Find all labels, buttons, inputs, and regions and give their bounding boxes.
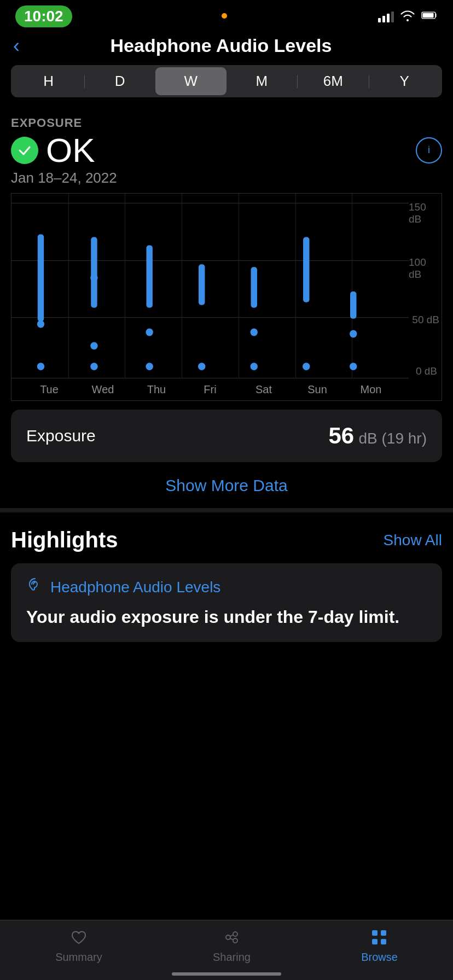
svg-rect-18	[303, 237, 309, 302]
exposure-db-value: 56	[328, 423, 354, 448]
tab-M[interactable]: M	[226, 67, 298, 95]
day-label-tue: Tue	[22, 383, 76, 396]
time-period-tabs: H D W M 6M Y	[11, 65, 442, 97]
svg-rect-3	[38, 235, 44, 322]
exposure-card-value: 56 dB (19 hr)	[328, 423, 427, 449]
svg-rect-29	[381, 930, 386, 936]
tab-W[interactable]: W	[155, 67, 226, 95]
exposure-card: Exposure 56 dB (19 hr)	[11, 410, 442, 462]
svg-line-27	[230, 938, 233, 940]
svg-point-5	[37, 363, 44, 370]
home-indicator	[172, 972, 281, 976]
exposure-db-unit: dB	[359, 430, 382, 447]
sharing-icon	[221, 927, 242, 948]
svg-point-4	[37, 320, 44, 328]
exposure-card-label: Exposure	[26, 427, 96, 445]
svg-rect-13	[199, 264, 205, 305]
info-button[interactable]: i	[416, 137, 442, 164]
tab-Y[interactable]: Y	[369, 67, 440, 95]
svg-point-17	[251, 363, 258, 370]
chart-container: 150 dB 100 dB 50 dB 0 dB	[11, 193, 442, 401]
svg-rect-15	[251, 267, 257, 308]
svg-point-23	[226, 935, 230, 940]
heart-icon	[68, 927, 89, 948]
svg-point-14	[198, 363, 205, 370]
svg-point-12	[146, 363, 153, 370]
label-150db: 150 dB	[409, 201, 439, 225]
ear-icon	[26, 576, 44, 598]
ok-row: OK i	[11, 133, 442, 167]
highlight-card-body: Your audio exposure is under the 7-day l…	[26, 606, 427, 629]
svg-rect-30	[372, 939, 378, 944]
highlights-title: Highlights	[11, 528, 118, 552]
label-100db: 100 dB	[409, 256, 439, 281]
y-axis-labels: 150 dB 100 dB 50 dB 0 dB	[409, 194, 442, 378]
tab-bar-summary[interactable]: Summary	[55, 927, 102, 964]
status-time: 10:02	[15, 5, 72, 27]
tab-D[interactable]: D	[85, 67, 156, 95]
svg-point-9	[90, 363, 97, 370]
svg-point-25	[233, 938, 237, 943]
svg-point-24	[233, 932, 237, 936]
signal-bars	[378, 10, 394, 22]
day-label-thu: Thu	[130, 383, 183, 396]
svg-point-19	[303, 363, 310, 370]
svg-rect-1	[423, 13, 434, 18]
svg-text:i: i	[428, 144, 430, 155]
highlight-card: Headphone Audio Levels Your audio exposu…	[11, 563, 442, 642]
svg-rect-28	[372, 930, 378, 936]
highlight-card-title: Headphone Audio Levels	[50, 579, 220, 596]
page-title: Headphone Audio Levels	[26, 35, 438, 56]
svg-point-16	[251, 329, 258, 336]
label-0db: 0 dB	[416, 365, 437, 377]
svg-point-21	[350, 330, 357, 338]
battery-icon	[421, 9, 438, 24]
tab-bar: Summary Sharing Browse	[0, 920, 453, 980]
main-content: EXPOSURE OK i Jan 18–24, 2022	[0, 97, 453, 508]
ok-status-text: OK	[46, 133, 95, 167]
date-range: Jan 18–24, 2022	[11, 170, 442, 186]
day-label-wed: Wed	[76, 383, 130, 396]
wifi-icon	[399, 9, 416, 24]
exposure-label: EXPOSURE	[11, 116, 442, 130]
day-label-sat: Sat	[237, 383, 291, 396]
browse-icon	[369, 927, 390, 948]
tab-bar-browse-label: Browse	[361, 951, 398, 964]
header: ‹ Headphone Audio Levels	[0, 30, 453, 65]
svg-rect-10	[146, 245, 152, 307]
svg-point-11	[146, 329, 153, 336]
svg-point-22	[350, 363, 357, 370]
green-check-icon	[11, 137, 38, 164]
highlight-card-header: Headphone Audio Levels	[26, 576, 427, 598]
svg-rect-31	[381, 939, 386, 944]
svg-line-26	[230, 935, 233, 937]
exposure-duration: (19 hr)	[382, 430, 427, 447]
day-label-sun: Sun	[291, 383, 344, 396]
day-label-mon: Mon	[344, 383, 398, 396]
tab-bar-sharing[interactable]: Sharing	[213, 927, 251, 964]
tab-bar-summary-label: Summary	[55, 951, 102, 964]
tab-H[interactable]: H	[13, 67, 84, 95]
show-all-button[interactable]: Show All	[384, 532, 442, 549]
highlights-section: Highlights Show All Headphone Audio Leve…	[0, 512, 453, 653]
tab-bar-browse[interactable]: Browse	[361, 927, 398, 964]
chart-svg	[11, 194, 409, 378]
label-50db: 50 dB	[412, 314, 439, 326]
tab-6M[interactable]: 6M	[298, 67, 369, 95]
section-divider	[0, 508, 453, 512]
ok-left: OK	[11, 133, 95, 167]
status-bar: 10:02	[0, 0, 453, 30]
svg-rect-7	[91, 237, 97, 308]
svg-point-8	[90, 342, 97, 349]
show-more-data[interactable]: Show More Data	[11, 471, 442, 508]
tab-bar-sharing-label: Sharing	[213, 951, 251, 964]
status-icons	[378, 9, 438, 24]
day-label-fri: Fri	[183, 383, 237, 396]
orange-dot	[222, 13, 227, 19]
svg-rect-20	[350, 291, 356, 319]
highlights-header: Highlights Show All	[11, 528, 442, 552]
back-button[interactable]: ‹	[11, 36, 26, 56]
x-axis-labels: Tue Wed Thu Fri Sat Sun Mon	[11, 378, 409, 400]
